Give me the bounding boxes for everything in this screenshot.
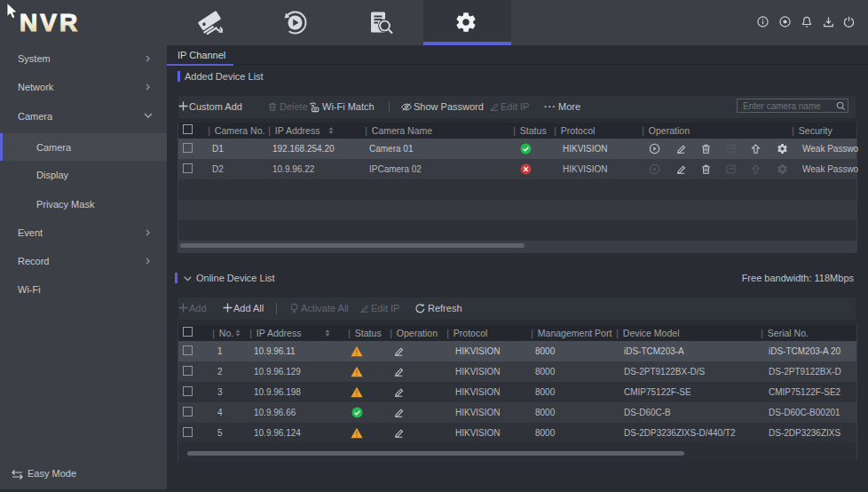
- svg-text:NVR: NVR: [20, 9, 80, 36]
